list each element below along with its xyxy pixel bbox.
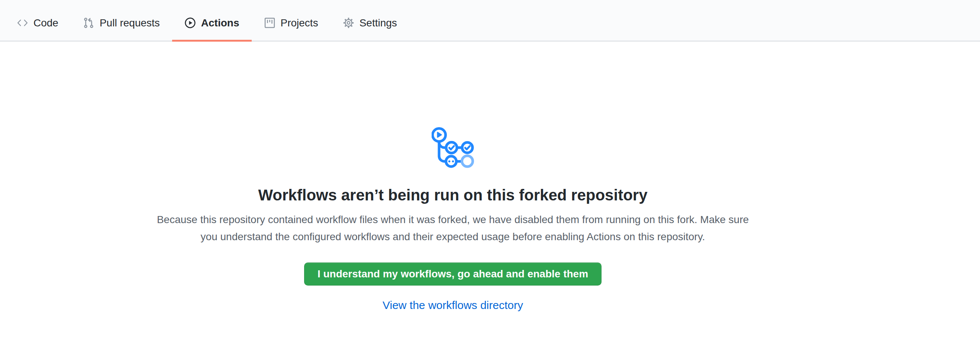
- gear-icon: [343, 17, 354, 29]
- play-icon: [185, 17, 196, 29]
- tab-label: Code: [33, 18, 58, 28]
- tab-label: Projects: [281, 18, 318, 28]
- git-pull-request-icon: [83, 17, 94, 29]
- tab-projects[interactable]: Projects: [252, 5, 331, 41]
- code-icon: [17, 17, 28, 29]
- view-workflows-directory-link[interactable]: View the workflows directory: [383, 299, 523, 311]
- tab-label: Actions: [201, 18, 239, 28]
- blankslate-heading: Workflows aren’t being run on this forke…: [0, 185, 906, 205]
- workflows-link-row: View the workflows directory: [0, 299, 906, 311]
- tab-label: Settings: [360, 18, 397, 28]
- enable-workflows-button[interactable]: I understand my workflows, go ahead and …: [304, 262, 601, 286]
- tab-actions[interactable]: Actions: [172, 5, 252, 41]
- tab-code[interactable]: Code: [5, 5, 71, 41]
- blankslate-description: Because this repository contained workfl…: [154, 211, 752, 245]
- tab-label: Pull requests: [100, 18, 160, 28]
- tab-pull-requests[interactable]: Pull requests: [71, 5, 172, 41]
- tab-settings[interactable]: Settings: [331, 5, 409, 41]
- workflow-icon: [0, 127, 906, 170]
- project-icon: [264, 17, 275, 29]
- repo-nav: Code Pull requests Actions: [0, 0, 980, 42]
- actions-disabled-blankslate: Workflows aren’t being run on this forke…: [0, 127, 906, 311]
